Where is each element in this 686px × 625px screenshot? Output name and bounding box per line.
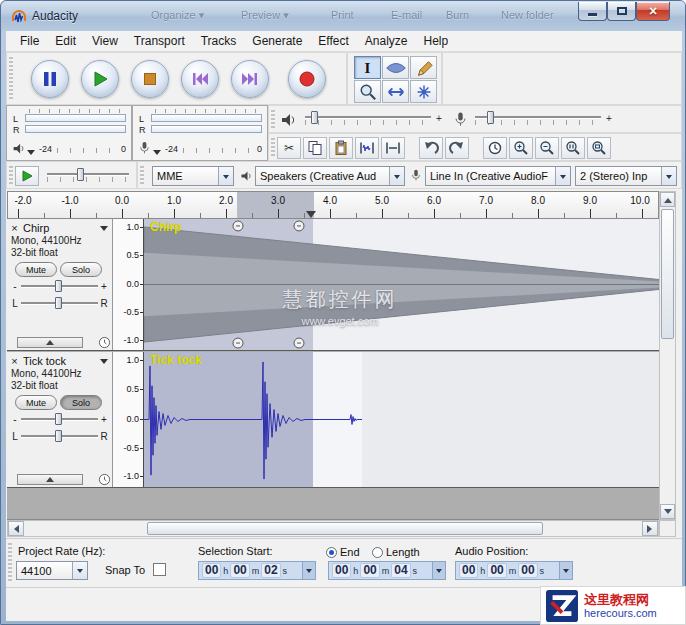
toolbar-grip[interactable] bbox=[9, 166, 13, 184]
playback-meter[interactable]: L R -24 0 bbox=[6, 105, 132, 161]
sync-lock-button[interactable] bbox=[483, 137, 507, 159]
audio-host-select[interactable]: MME bbox=[152, 166, 234, 186]
menu-tracks[interactable]: Tracks bbox=[193, 32, 245, 50]
minimize-button[interactable] bbox=[578, 2, 607, 21]
chevron-down-icon[interactable] bbox=[218, 167, 233, 185]
track-menu-icon[interactable] bbox=[100, 359, 108, 368]
gain-slider[interactable] bbox=[19, 280, 100, 293]
output-device-select[interactable]: Speakers (Creative Aud bbox=[255, 166, 405, 186]
playhead-pointer[interactable] bbox=[306, 211, 316, 218]
toolbar-grip[interactable] bbox=[8, 543, 12, 583]
playback-speed-thumb[interactable] bbox=[77, 168, 84, 181]
output-volume-thumb[interactable] bbox=[311, 111, 318, 124]
horizontal-scrollbar[interactable] bbox=[7, 520, 659, 537]
zoom-out-button[interactable] bbox=[535, 137, 559, 159]
gain-slider[interactable] bbox=[19, 413, 100, 426]
menu-edit[interactable]: Edit bbox=[47, 32, 84, 50]
time-digits[interactable]: 00 bbox=[230, 563, 249, 578]
project-rate-select[interactable]: 44100 bbox=[16, 561, 88, 580]
waveform-chirp[interactable]: Chirp bbox=[144, 219, 659, 350]
chevron-down-icon[interactable] bbox=[72, 562, 87, 579]
end-radio[interactable]: End bbox=[326, 546, 360, 558]
scroll-down-button[interactable] bbox=[660, 504, 675, 519]
time-digits[interactable]: 00 bbox=[459, 563, 478, 578]
scroll-right-button[interactable] bbox=[642, 521, 658, 536]
track-chirp[interactable]: Chirp Mono, 44100Hz 32-bit float Mute So… bbox=[7, 219, 659, 351]
menu-effect[interactable]: Effect bbox=[310, 32, 356, 50]
input-device-select[interactable]: Line In (Creative AudioF bbox=[425, 166, 571, 186]
recording-meter[interactable]: L R -24 0 bbox=[132, 105, 268, 161]
maximize-button[interactable] bbox=[607, 2, 636, 21]
copy-button[interactable] bbox=[303, 137, 327, 159]
pan-thumb[interactable] bbox=[55, 297, 62, 309]
chevron-down-icon[interactable] bbox=[555, 167, 570, 185]
horizontal-scroll-thumb[interactable] bbox=[147, 522, 543, 535]
track-clock-icon[interactable] bbox=[98, 336, 111, 349]
gain-thumb[interactable] bbox=[55, 280, 62, 292]
time-digits[interactable]: 02 bbox=[261, 563, 280, 578]
meter-dropdown-icon[interactable] bbox=[27, 150, 35, 159]
time-field-spinner[interactable] bbox=[559, 562, 572, 579]
playback-speed-slider[interactable] bbox=[45, 168, 131, 184]
pan-slider[interactable] bbox=[19, 430, 100, 443]
track-name[interactable]: Tick tock bbox=[20, 355, 100, 367]
scroll-left-button[interactable] bbox=[8, 521, 24, 536]
input-volume-thumb[interactable] bbox=[487, 111, 494, 124]
pan-thumb[interactable] bbox=[55, 430, 62, 442]
output-volume-slider[interactable] bbox=[303, 111, 433, 127]
menu-file[interactable]: File bbox=[12, 32, 47, 50]
toolbar-grip[interactable] bbox=[9, 57, 13, 100]
silence-button[interactable] bbox=[381, 137, 405, 159]
play-at-speed-button[interactable] bbox=[15, 166, 39, 186]
time-digits[interactable]: 04 bbox=[391, 563, 410, 578]
time-field-spinner[interactable] bbox=[302, 562, 315, 579]
time-digits[interactable]: 00 bbox=[360, 563, 379, 578]
audio-position-field[interactable]: 00 h 00 m 00 s bbox=[455, 561, 573, 580]
track-clock-icon[interactable] bbox=[98, 473, 111, 486]
time-digits[interactable]: 00 bbox=[487, 563, 506, 578]
menu-generate[interactable]: Generate bbox=[244, 32, 310, 50]
toolbar-grip[interactable] bbox=[271, 110, 275, 128]
meter-dropdown-icon[interactable] bbox=[153, 150, 161, 159]
selection-end-field[interactable]: 00 h 00 m 04 s bbox=[328, 561, 446, 580]
radio-selected-icon[interactable] bbox=[326, 547, 337, 558]
time-digits[interactable]: 00 bbox=[518, 563, 537, 578]
zoom-in-button[interactable] bbox=[509, 137, 533, 159]
mute-button[interactable]: Mute bbox=[15, 395, 57, 410]
menu-help[interactable]: Help bbox=[416, 32, 457, 50]
length-radio[interactable]: Length bbox=[372, 546, 420, 558]
undo-button[interactable] bbox=[419, 137, 443, 159]
selection-tool-button[interactable]: I bbox=[354, 56, 381, 79]
track-tick-tock[interactable]: Tick tock Mono, 44100Hz 32-bit float Mut… bbox=[7, 352, 659, 488]
time-digits[interactable]: 00 bbox=[202, 563, 221, 578]
redo-button[interactable] bbox=[445, 137, 469, 159]
time-field-spinner[interactable] bbox=[432, 562, 445, 579]
multi-tool-button[interactable] bbox=[410, 80, 437, 103]
solo-button[interactable]: Solo bbox=[60, 262, 102, 277]
chevron-down-icon[interactable] bbox=[661, 167, 676, 185]
draw-tool-button[interactable] bbox=[410, 56, 437, 79]
waveform-tick-tock[interactable]: Tick tock bbox=[144, 352, 659, 487]
track-close-icon[interactable] bbox=[9, 223, 20, 234]
menu-view[interactable]: View bbox=[84, 32, 126, 50]
radio-unselected-icon[interactable] bbox=[372, 547, 383, 558]
vertical-scroll-thumb[interactable] bbox=[661, 209, 674, 339]
menu-analyze[interactable]: Analyze bbox=[357, 32, 416, 50]
stop-button[interactable] bbox=[131, 60, 169, 98]
fit-selection-button[interactable] bbox=[561, 137, 585, 159]
snap-to-checkbox[interactable] bbox=[153, 563, 166, 576]
track-name[interactable]: Chirp bbox=[20, 222, 100, 234]
skip-to-start-button[interactable] bbox=[181, 60, 219, 98]
vertical-scale-ruler[interactable]: 1.0 0.5 0.0 -0.5 -1.0 bbox=[113, 219, 144, 350]
cut-button[interactable]: ✂ bbox=[277, 137, 301, 159]
scroll-up-button[interactable] bbox=[660, 192, 675, 207]
record-button[interactable] bbox=[288, 60, 326, 98]
pause-button[interactable] bbox=[31, 60, 69, 98]
fit-project-button[interactable] bbox=[587, 137, 611, 159]
track-area[interactable]: Chirp Mono, 44100Hz 32-bit float Mute So… bbox=[7, 219, 659, 520]
titlebar[interactable]: Audacity Organize ▾ Preview ▾ Print E-ma… bbox=[1, 1, 686, 31]
zoom-tool-button[interactable] bbox=[354, 80, 381, 103]
time-digits[interactable]: 00 bbox=[332, 563, 351, 578]
selection-start-field[interactable]: 00 h 00 m 02 s bbox=[198, 561, 316, 580]
mute-button[interactable]: Mute bbox=[15, 262, 57, 277]
